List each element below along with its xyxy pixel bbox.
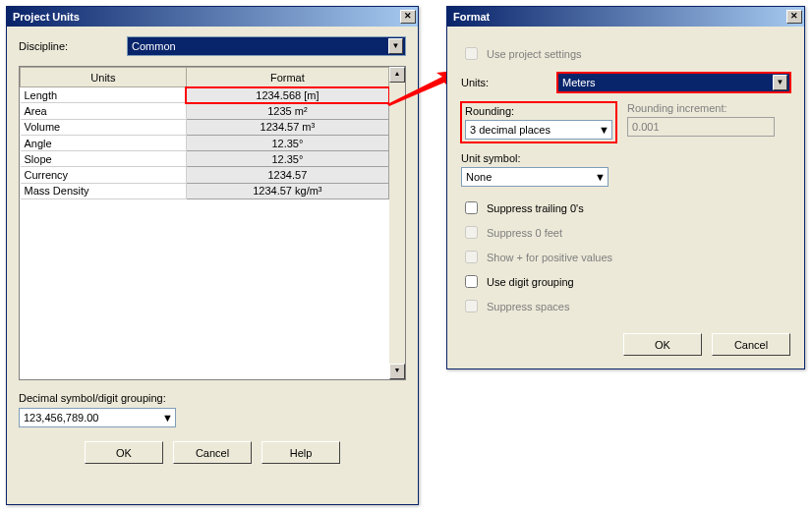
units-grid: Units Format Length 1234.568 [m] Area 12… (19, 66, 406, 380)
table-row: Area 1235 m² (21, 103, 389, 119)
cancel-button[interactable]: Cancel (173, 441, 252, 464)
digit-grouping-checkbox[interactable]: Use digit grouping (461, 272, 790, 291)
scroll-track[interactable] (389, 83, 405, 364)
table-row: Angle 12.35° (21, 135, 389, 150)
decimal-grouping-dropdown[interactable]: 123,456,789.00 ▼ (19, 408, 176, 427)
rounding-increment-value: 0.001 (632, 121, 660, 133)
chevron-down-icon[interactable]: ▼ (388, 38, 403, 54)
suppress-spaces-label: Suppress spaces (487, 301, 569, 312)
show-plus-label: Show + for positive values (487, 252, 612, 263)
units-label: Units: (461, 77, 550, 88)
discipline-label: Discipline: (19, 40, 127, 52)
format-cell[interactable]: 1234.57 kg/m³ (186, 183, 388, 198)
suppress-trailing-label: Suppress trailing 0's (487, 202, 584, 214)
format-cell-length[interactable]: 1234.568 [m] (186, 87, 388, 103)
project-units-dialog: Project Units ✕ Discipline: Common ▼ Uni… (6, 6, 419, 505)
chevron-down-icon[interactable]: ▼ (162, 412, 173, 424)
unit-symbol-dropdown[interactable]: None ▼ (461, 167, 609, 187)
unit-cell: Volume (21, 119, 187, 135)
project-units-titlebar: Project Units ✕ (7, 7, 418, 27)
suppress-0-feet-checkbox: Suppress 0 feet (461, 223, 790, 242)
checkbox-icon (465, 251, 478, 263)
chevron-down-icon[interactable]: ▼ (595, 171, 606, 183)
show-plus-checkbox: Show + for positive values (461, 248, 790, 266)
format-title: Format (453, 11, 490, 23)
decimal-value: 123,456,789.00 (24, 412, 98, 424)
suppress-0-feet-label: Suppress 0 feet (487, 227, 562, 239)
unit-cell: Area (21, 103, 187, 119)
use-project-settings-label: Use project settings (487, 48, 582, 60)
table-row: Volume 1234.57 m³ (21, 119, 389, 135)
table-row: Slope 12.35° (21, 151, 389, 167)
unit-cell: Mass Density (21, 183, 187, 198)
units-value: Meters (562, 77, 596, 88)
format-dialog: Format ✕ Use project settings Units: Met… (446, 6, 805, 369)
use-project-settings-checkbox: Use project settings (461, 44, 790, 63)
format-cell[interactable]: 1234.57 (186, 167, 388, 183)
unit-cell: Length (21, 87, 187, 103)
rounding-dropdown[interactable]: 3 decimal places ▼ (465, 120, 612, 140)
rounding-label: Rounding: (465, 105, 612, 117)
chevron-down-icon[interactable]: ▼ (599, 124, 609, 136)
table-row: Mass Density 1234.57 kg/m³ (21, 183, 389, 198)
table-row: Length 1234.568 [m] (21, 87, 389, 103)
checkbox-icon (465, 300, 478, 312)
format-cell[interactable]: 12.35° (186, 135, 388, 150)
scroll-up-icon[interactable]: ▲ (389, 67, 405, 83)
help-button[interactable]: Help (261, 441, 340, 464)
units-header[interactable]: Units (21, 68, 187, 87)
close-icon[interactable]: ✕ (400, 10, 416, 24)
format-cell[interactable]: 1234.57 m³ (186, 119, 388, 135)
discipline-dropdown[interactable]: Common ▼ (127, 36, 406, 56)
rounding-increment-field: 0.001 (627, 117, 775, 137)
checkbox-icon (465, 47, 478, 60)
units-dropdown[interactable]: Meters ▼ (557, 73, 790, 92)
rounding-value: 3 decimal places (470, 124, 551, 136)
cancel-button[interactable]: Cancel (712, 333, 790, 356)
ok-button[interactable]: OK (623, 333, 702, 356)
discipline-value: Common (132, 40, 176, 52)
rounding-increment-label: Rounding increment: (627, 102, 775, 114)
suppress-trailing-checkbox[interactable]: Suppress trailing 0's (461, 198, 790, 217)
unit-cell: Slope (21, 151, 187, 167)
unit-cell: Angle (21, 135, 187, 150)
unit-symbol-value: None (466, 171, 492, 183)
project-units-title: Project Units (13, 11, 80, 23)
chevron-down-icon[interactable]: ▼ (773, 75, 787, 90)
scroll-down-icon[interactable]: ▼ (389, 364, 405, 379)
close-icon[interactable]: ✕ (786, 10, 802, 24)
format-cell[interactable]: 1235 m² (186, 103, 388, 119)
checkbox-icon[interactable] (465, 201, 478, 214)
checkbox-icon[interactable] (465, 275, 478, 288)
unit-symbol-label: Unit symbol: (461, 152, 790, 164)
decimal-label: Decimal symbol/digit grouping: (19, 392, 406, 404)
checkbox-icon (465, 226, 478, 239)
suppress-spaces-checkbox: Suppress spaces (461, 297, 790, 315)
format-cell[interactable]: 12.35° (186, 151, 388, 167)
format-header[interactable]: Format (186, 68, 388, 87)
scrollbar[interactable]: ▲ ▼ (389, 67, 405, 379)
ok-button[interactable]: OK (85, 441, 163, 464)
digit-grouping-label: Use digit grouping (487, 276, 574, 288)
unit-cell: Currency (21, 167, 187, 183)
format-titlebar: Format ✕ (447, 7, 804, 27)
table-row: Currency 1234.57 (21, 167, 389, 183)
